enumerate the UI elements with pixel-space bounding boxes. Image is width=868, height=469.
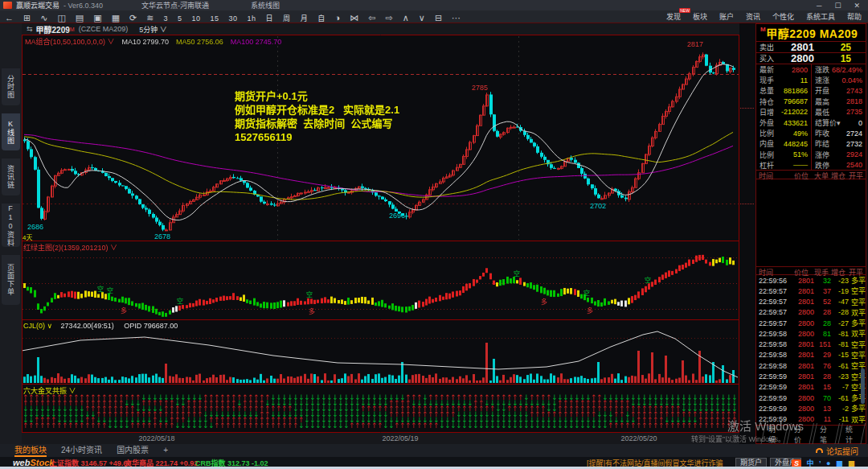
period-button-周[interactable]: 周	[283, 14, 291, 23]
arrow-right-icon[interactable]: ⇨	[386, 13, 393, 23]
ma-indicator-row[interactable]: MA组合(10,50,100,0,0,0) ∨MA10 2799.70MA50 …	[25, 36, 289, 47]
sidebar-tab-F10资料[interactable]: F10资料	[2, 204, 20, 247]
ask-row[interactable]: 卖出 2801 25	[756, 42, 866, 53]
date-label: 2022/05/19	[382, 434, 418, 442]
period-button-5[interactable]: 5	[178, 14, 182, 23]
bid-row[interactable]: 买入 2800 15	[756, 53, 866, 64]
zoom-in-icon[interactable]: ∧	[403, 13, 409, 23]
quote-field-value: 2724	[846, 130, 862, 138]
ma-combo-label[interactable]: MA组合(10,50,100,0,0,0) ∨	[25, 38, 115, 46]
bottom-tab-+[interactable]: +	[163, 444, 168, 457]
panel4-indicator-title[interactable]: 六大金叉共振 ∨	[23, 385, 76, 396]
menu-账户[interactable]: 账户	[719, 11, 734, 22]
contract-code: (CZCE MA209)	[79, 25, 129, 33]
panel2-indicator-title[interactable]: 红绿主图(2)(1359,201210) ∨	[23, 242, 117, 253]
period-button-自[interactable]: 自	[317, 14, 326, 23]
quote-field-value: 68/2.49%	[832, 66, 862, 74]
tick-trade-list[interactable]: 22:59:56280132-23多平22:59:57280137-19空平22…	[756, 275, 866, 425]
quote-field-value: 0	[858, 119, 862, 127]
indicator-icon[interactable]: ≋	[146, 13, 154, 23]
bottom-tab-国内股票[interactable]: 国内股票	[117, 444, 149, 457]
trade-row[interactable]: 22:59:59280115-7空平	[756, 382, 866, 393]
status-bar: webStock 上证指数 3146.57 +49.60文华商品 221.74 …	[0, 457, 868, 467]
bottom-tab-24小时资讯[interactable]: 24小时资讯	[61, 444, 102, 457]
period-button-月[interactable]: 月	[301, 14, 309, 23]
trade-row[interactable]: 22:59:57280028-28双平	[756, 307, 866, 318]
trade-row[interactable]: 22:59:58280176-61空平	[756, 360, 866, 371]
period-corner-label: 4天	[23, 232, 32, 241]
menu-资讯[interactable]: 资讯	[746, 11, 760, 22]
menu-帮助[interactable]: 帮助	[847, 11, 862, 22]
compare-icon[interactable]: ⋈	[350, 13, 358, 23]
trade-row[interactable]: 22:59:57280028-27多平	[756, 318, 866, 328]
panel3-indicator-name[interactable]: CJL(0) ∨	[23, 322, 52, 330]
trade-row[interactable]: 22:59:57280152-47空平	[756, 297, 866, 307]
chart-frame-icon[interactable]: ▣	[93, 13, 101, 23]
period-selector[interactable]: 5分钟 ∨	[139, 24, 167, 35]
trade-row[interactable]: 22:59:57280137-19空平	[756, 286, 866, 296]
trade-row[interactable]: 22:59:56280132-23多平	[756, 275, 866, 286]
quote-field-value: 2818	[846, 97, 862, 105]
trend-line-icon[interactable]: ∿	[40, 13, 47, 23]
quote-grid-row: 现手11速涨0.04%	[756, 75, 866, 85]
more-icon[interactable]: ⋯	[452, 13, 461, 23]
period-button-10[interactable]: 10	[192, 14, 201, 23]
trade-row[interactable]: 22:59:59280013-2多平	[756, 403, 866, 413]
quote-field-value: 0.04%	[841, 76, 862, 84]
quote-field-label: 比例	[760, 128, 774, 138]
app-logo-icon	[3, 2, 12, 9]
list-header-cell: 增仓	[831, 171, 849, 181]
maximize-icon[interactable]: ☐	[834, 2, 841, 10]
period-button-日[interactable]: 日	[266, 14, 274, 23]
bid-price: 2800	[777, 52, 814, 64]
save-icon[interactable]: ▦	[112, 13, 120, 23]
annotation-line: 例如甲醇开仓标准是2 实际就是2.1	[235, 103, 399, 117]
panel3-opid-value: OPID 796687.00	[124, 322, 178, 330]
menu-个性化[interactable]: 个性化	[772, 11, 794, 22]
period-button-15[interactable]: 15	[211, 14, 219, 23]
window-split-icon[interactable]: ⊟	[435, 13, 442, 23]
quote-field-value: 2924	[846, 150, 862, 158]
refresh-icon[interactable]: ⟳	[129, 13, 137, 23]
contract-name[interactable]: 甲醇2209	[36, 23, 70, 35]
trade-row[interactable]: 22:59:59280128-23空平	[756, 371, 866, 381]
trade-row[interactable]: 22:59:58280129-15空平	[756, 350, 866, 360]
panel3-indicator-header[interactable]: CJL(0) ∨ 27342.00(49:51) OPID 796687.00	[23, 322, 186, 330]
sidebar-tab-资讯链[interactable]: 资讯链	[2, 158, 20, 195]
arrow-left-icon[interactable]: ⇦	[368, 13, 375, 23]
trade-row[interactable]: 22:59:58280081-81双平	[756, 328, 866, 339]
menu-发现[interactable]: 发现NEW	[666, 11, 681, 22]
sidebar-tab-K线图[interactable]: K线图	[2, 113, 20, 150]
back-icon[interactable]: ←	[5, 13, 14, 23]
quote-field-label: 日增	[760, 107, 774, 117]
quote-tab-统计[interactable]: 统计	[837, 423, 866, 446]
bottom-tab-我的板块[interactable]: 我的板块	[14, 444, 47, 457]
period-button-1h[interactable]: 1h	[248, 14, 256, 23]
menu-板块[interactable]: 板块	[693, 11, 707, 22]
quote-tab-分笔[interactable]: 分笔	[812, 423, 840, 446]
menu-系统工具[interactable]: 系统工具	[806, 11, 835, 22]
contrast-icon[interactable]: ◑	[335, 13, 341, 23]
close-icon[interactable]: ✕	[854, 2, 860, 10]
forum-question-link[interactable]: 论坛提问	[816, 445, 858, 457]
quote-field-label: 昨收	[815, 128, 829, 138]
sidebar-tab-页面下单[interactable]: 页面下单	[2, 255, 20, 305]
switch-contract-icon[interactable]: ⇆	[27, 25, 33, 33]
quote-field-value: 2732	[846, 140, 862, 148]
trade-row[interactable]: 22:59:582801151-81空平	[756, 339, 866, 350]
quote-field-label: 速涨	[815, 75, 829, 85]
trade-row[interactable]: 22:59:59280070-61多平	[756, 393, 866, 403]
scrollbar-thumb[interactable]	[861, 368, 865, 404]
period-button-3[interactable]: 3	[164, 14, 169, 23]
main-contract-flag: M	[70, 27, 75, 32]
sidebar-tab-分时图[interactable]: 分时图	[2, 68, 20, 105]
zoom-out-icon[interactable]: ∨	[419, 13, 425, 23]
big-order-list	[756, 179, 866, 267]
multi-window-icon[interactable]: ▤	[76, 13, 84, 23]
grid-layout-icon[interactable]: ⊞	[23, 13, 31, 23]
quote-field-label: 现手	[760, 75, 774, 85]
period-button-30[interactable]: 30	[229, 14, 238, 23]
candle-chart-icon[interactable]: ◫	[57, 13, 65, 23]
minimize-icon[interactable]: ─	[817, 2, 821, 10]
quote-field-label: 涨跌	[815, 64, 829, 75]
